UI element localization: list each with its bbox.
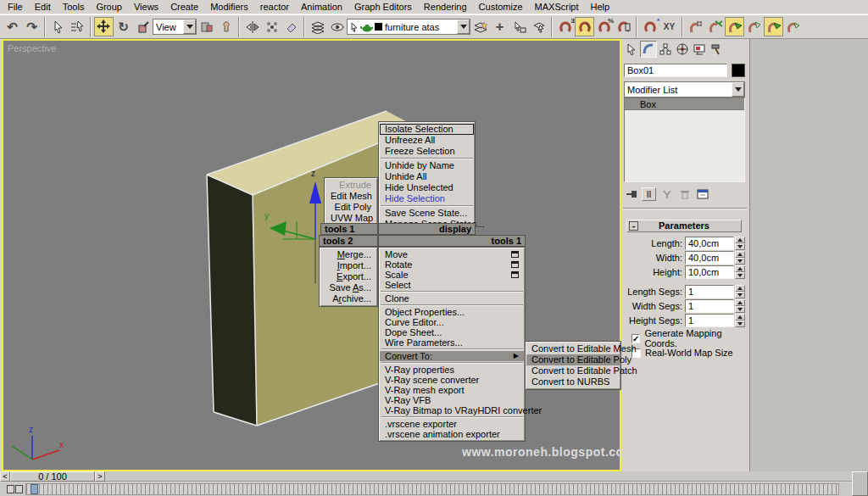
- menu-item-select[interactable]: Select: [380, 280, 524, 290]
- menu-item-vrscene-exporter[interactable]: .vrscene exporter: [380, 419, 524, 429]
- menu-item-clone[interactable]: Clone: [380, 293, 524, 304]
- select-by-name-icon[interactable]: [68, 17, 87, 36]
- show-end-result-icon[interactable]: II: [642, 187, 656, 201]
- track-bar-ticks[interactable]: [25, 483, 839, 495]
- menu-item-archive[interactable]: Archive...: [320, 293, 376, 304]
- snap-tool-icon-4[interactable]: [744, 17, 764, 36]
- spinner-snap-toggle-icon[interactable]: [614, 17, 633, 36]
- width-segs-input[interactable]: [685, 299, 734, 313]
- layers-stack-icon[interactable]: [308, 17, 327, 36]
- time-slider[interactable]: < 0 / 100 >: [0, 471, 852, 482]
- menu-modifiers[interactable]: Modifiers: [204, 1, 254, 13]
- rollout-collapse-icon[interactable]: -: [629, 221, 638, 231]
- menu-animation[interactable]: Animation: [295, 1, 348, 13]
- menu-item-convert-editable-patch[interactable]: Convert to Editable Patch: [526, 365, 620, 376]
- redo-icon[interactable]: ↷: [22, 17, 42, 36]
- menu-item-freeze-selection[interactable]: Freeze Selection: [380, 146, 474, 157]
- menu-tools[interactable]: Tools: [57, 1, 91, 13]
- menu-item-hide-unselected[interactable]: Hide Unselected: [380, 182, 474, 193]
- menu-help[interactable]: Help: [585, 1, 616, 13]
- menu-item-vray-bitmap-converter[interactable]: V-Ray Bitmap to VRayHDRI converter: [380, 405, 524, 415]
- menu-item-unfreeze-all[interactable]: Unfreeze All: [380, 135, 474, 146]
- settings-box-icon[interactable]: [511, 271, 519, 278]
- track-bar[interactable]: [0, 482, 852, 496]
- width-segs-spinner[interactable]: [735, 299, 745, 313]
- reference-coordinate-combo[interactable]: View: [153, 19, 197, 35]
- settings-box-icon[interactable]: [511, 261, 519, 268]
- menu-item-vray-vfb[interactable]: V-Ray VFB: [380, 395, 524, 405]
- menu-item-merge[interactable]: Merge...: [320, 249, 376, 260]
- snap-tool-icon-3[interactable]: [725, 17, 744, 36]
- menu-item-edit-mesh[interactable]: Edit Mesh: [326, 191, 376, 202]
- menu-item-vray-mesh-export[interactable]: V-Ray mesh export: [380, 385, 524, 395]
- menu-item-import[interactable]: Import...: [320, 260, 376, 271]
- next-frame-button[interactable]: >: [95, 471, 105, 482]
- settings-box-icon[interactable]: [511, 251, 519, 258]
- time-slider-handle[interactable]: 0 / 100: [10, 471, 95, 482]
- snap-toggle-3d-icon[interactable]: 3: [555, 17, 575, 36]
- tab-modify-icon[interactable]: [640, 41, 657, 58]
- layer-eraser-icon[interactable]: [281, 17, 301, 36]
- menu-item-convert-nurbs[interactable]: Convert to NURBS: [526, 376, 620, 387]
- stack-item-box[interactable]: Box: [625, 98, 744, 110]
- width-input[interactable]: [685, 251, 734, 265]
- align-icon[interactable]: [262, 17, 281, 36]
- width-spinner[interactable]: [735, 251, 745, 265]
- snap-tool-icon-2[interactable]: [705, 17, 725, 36]
- chevron-down-icon[interactable]: [732, 82, 744, 97]
- menu-create[interactable]: Create: [164, 1, 204, 13]
- absolute-offset-xy-icon[interactable]: XY: [659, 17, 679, 36]
- menu-item-wire-parameters[interactable]: Wire Parameters...: [380, 337, 524, 348]
- snap-tool-icon-1[interactable]: [686, 17, 705, 36]
- menu-reactor[interactable]: reactor: [254, 1, 295, 13]
- menu-item-convert-to[interactable]: Convert To:▶: [380, 351, 524, 361]
- make-unique-icon[interactable]: [659, 187, 674, 201]
- undo-icon[interactable]: ↶: [3, 17, 22, 36]
- percent-snap-toggle-icon[interactable]: %: [594, 17, 614, 36]
- previous-frame-button[interactable]: <: [0, 471, 10, 482]
- add-to-layer-icon[interactable]: [509, 17, 529, 36]
- snap-tool-icon-6[interactable]: [783, 17, 803, 36]
- height-input[interactable]: [685, 265, 734, 279]
- length-segs-spinner[interactable]: [735, 285, 745, 298]
- named-selection-combo[interactable]: furniture atas: [347, 19, 470, 35]
- menu-item-export[interactable]: Export...: [320, 271, 376, 282]
- chevron-down-icon[interactable]: [457, 20, 470, 34]
- create-new-layer-icon[interactable]: +: [490, 17, 509, 36]
- menu-item-vrscene-animation-exporter[interactable]: .vrscene animation exporter: [380, 429, 524, 439]
- select-scale-icon[interactable]: [133, 17, 153, 36]
- height-segs-spinner[interactable]: [735, 314, 745, 327]
- menu-maxscript[interactable]: MAXScript: [529, 1, 585, 13]
- menu-item-save-as[interactable]: Save As...: [320, 282, 376, 293]
- object-color-swatch[interactable]: [732, 64, 745, 77]
- menu-group[interactable]: Group: [90, 1, 128, 13]
- tab-display-icon[interactable]: [691, 41, 708, 58]
- menu-item-unhide-all[interactable]: Unhide All: [380, 171, 474, 182]
- length-segs-input[interactable]: [685, 285, 734, 298]
- modifier-stack[interactable]: Box: [624, 98, 745, 182]
- menu-item-object-properties[interactable]: Object Properties...: [380, 307, 524, 317]
- tab-hierarchy-icon[interactable]: [657, 41, 674, 58]
- layer-visibility-eye-icon[interactable]: [327, 17, 347, 36]
- select-object-icon[interactable]: [48, 17, 68, 36]
- tab-motion-icon[interactable]: [674, 41, 691, 58]
- angle-snap-toggle-icon[interactable]: [575, 17, 594, 36]
- menu-item-rotate[interactable]: Rotate: [380, 259, 524, 270]
- menu-item-curve-editor[interactable]: Curve Editor...: [380, 317, 524, 327]
- menu-item-scale[interactable]: Scale: [380, 270, 524, 280]
- tab-utilities-icon[interactable]: [708, 41, 725, 58]
- tab-create-icon[interactable]: [623, 41, 640, 58]
- select-rotate-icon[interactable]: ↻: [114, 17, 133, 36]
- menu-item-vray-properties[interactable]: V-Ray properties: [380, 365, 524, 375]
- menu-item-vray-scene-converter[interactable]: V-Ray scene converter: [380, 375, 524, 385]
- height-spinner[interactable]: [735, 265, 745, 279]
- remove-modifier-icon[interactable]: [677, 187, 692, 201]
- menu-item-convert-editable-mesh[interactable]: Convert to Editable Mesh: [526, 343, 620, 354]
- length-spinner[interactable]: [735, 237, 745, 250]
- menu-item-edit-poly[interactable]: Edit Poly: [326, 202, 376, 213]
- mini-curve-editor-icon[interactable]: [7, 485, 24, 494]
- menu-item-isolate-selection[interactable]: Isolate Selection: [380, 124, 474, 135]
- parameters-rollout-header[interactable]: - Parameters: [626, 220, 742, 232]
- modifier-list-dropdown[interactable]: Modifier List: [624, 81, 745, 98]
- menu-item-convert-editable-poly[interactable]: Convert to Editable Poly: [526, 354, 620, 365]
